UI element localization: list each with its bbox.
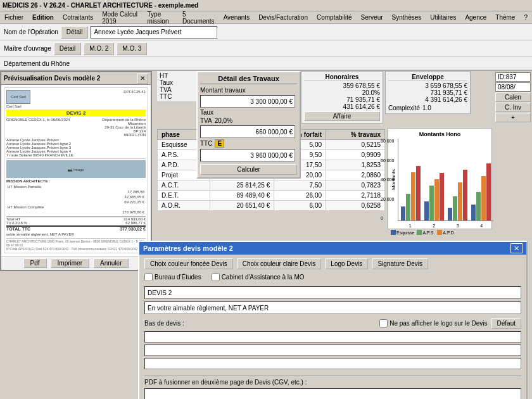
montant-field[interactable]	[200, 95, 295, 108]
choix-couleur-foncee-btn[interactable]: Choix couleur foncée Devis	[144, 258, 233, 269]
travaux-popup: Détail des Travaux Montant travaux Taux …	[196, 71, 301, 179]
tva-label: TVA	[160, 86, 172, 93]
app-title: MEDICIS 26 - V 26.24 - CHARLET ARCHITECT…	[3, 2, 198, 9]
doc-firmname: Cerf Sarl	[6, 104, 30, 108]
bas-field-1[interactable]	[144, 331, 521, 343]
honoraires-val2: 71 935,71 €	[304, 96, 380, 103]
params-dialog: Paramètres devis modèle 2 ✕ Choix couleu…	[138, 241, 528, 399]
logo-devis-btn[interactable]: Logo Devis	[325, 258, 368, 269]
menu-fichier[interactable]: Fichier	[3, 13, 25, 22]
menu-serveur[interactable]: Serveur	[359, 13, 385, 22]
menu-avenants[interactable]: Avenants	[222, 13, 252, 22]
date-label: 08/08/	[495, 82, 531, 92]
maitrise-mo3-btn[interactable]: M.O. 3	[117, 42, 147, 55]
preview-buttons: Pdf Imprimer Annuler	[1, 256, 151, 270]
departement-label: Département du Rhône	[4, 60, 70, 67]
menu-mode-calcul[interactable]: Mode Calcul 2019	[100, 10, 140, 25]
pdf-fusionner-field[interactable]	[144, 388, 521, 399]
phase-travaux: 0,7823	[326, 180, 385, 191]
ht-label: HT	[160, 72, 168, 79]
choix-couleur-claire-btn[interactable]: Choix couleur claire Devis	[237, 258, 322, 269]
annuler-btn[interactable]: Annuler	[93, 258, 129, 268]
doc-ht-c1: 176 978,80 €	[93, 210, 144, 214]
check-cabinet-assistance[interactable]: Cabinet d'Assistance à la MO	[212, 273, 305, 281]
no-logo-checkbox[interactable]	[379, 319, 388, 327]
table-row: A.C.T. 25 814,25 € 7,50 0,7823	[158, 180, 385, 191]
menu-5-documents[interactable]: 5 Documents	[180, 10, 217, 25]
tva-popup-label: TVA	[200, 117, 212, 124]
menu-utilitaires[interactable]: Utilitaires	[428, 13, 458, 22]
doc-ht-partial: HT Mission Partielle	[8, 185, 92, 189]
phase-travaux: 0,5215	[326, 140, 385, 150]
preview-close-btn[interactable]: ✕	[137, 73, 148, 84]
signature-devis-btn[interactable]: Signature Devis	[372, 258, 428, 269]
taux-label: Taux	[160, 79, 173, 86]
ttc-popup-label: TTC	[200, 140, 212, 147]
doc-footer1: CHARLET ARCHITECTURE 0000 Franc, 00 aven…	[6, 238, 146, 247]
honoraires-pct1: 20.0%	[304, 89, 380, 96]
menu-cotraitants[interactable]: Cotraitants	[61, 13, 95, 22]
menu-agence[interactable]: Agence	[463, 13, 488, 22]
pdf-btn[interactable]: Pdf	[23, 258, 47, 268]
envelope-val3: 4 391 614,26 €	[388, 96, 467, 103]
check-bureau-etudes[interactable]: Bureau d'Études	[144, 273, 201, 281]
tva-popup-pct: 20,0%	[215, 117, 232, 124]
pdf-fusionner-label: PDF à fusionner en deuxième page de Devi…	[144, 379, 307, 386]
params-close-btn[interactable]: ✕	[510, 243, 522, 253]
travaux-title: Détail des Travaux	[200, 75, 297, 84]
doc-image: 📷 Image	[6, 160, 146, 178]
menu-syntheses[interactable]: Synthèses	[390, 13, 424, 22]
preview-panel: Prévisualisation Devis modèle 2 ✕ Cerf S…	[0, 71, 152, 271]
default-btn[interactable]: Défaut	[491, 318, 521, 329]
bas-field-3[interactable]	[144, 358, 521, 369]
calculer-btn[interactable]: Calculer	[200, 164, 297, 175]
doc-ht-p3: 69 221,25 €	[93, 200, 144, 204]
no-logo-check-label[interactable]: Ne pas afficher le logo sur le Devis	[379, 319, 487, 327]
menu-edition[interactable]: Edition	[30, 13, 56, 22]
preview-content: Cerf Sarl Cerf Sarl DPF4C25.41 DEVIS 2 G…	[1, 85, 151, 256]
plus-btn[interactable]: +	[495, 113, 531, 122]
menubar: Fichier Edition Cotraitants Mode Calcul …	[0, 11, 532, 24]
chart-title: Montants Hono	[391, 131, 489, 137]
bas-field-2[interactable]	[144, 345, 521, 356]
cinv-btn[interactable]: C. Inv	[495, 103, 531, 112]
menu-theme[interactable]: Thème	[493, 13, 517, 22]
calen-btn[interactable]: Calen	[495, 92, 531, 102]
phase-montant: 89 489,40 €	[210, 191, 274, 201]
params-titlebar: Paramètres devis modèle 2 ✕	[139, 242, 526, 255]
preview-title: Prévisualisation Devis modèle 2	[4, 75, 100, 82]
operation-row: Nom de l'Opération Détail Annexe Lycée J…	[0, 24, 532, 41]
doc-date-label: GRENOBLE CEDEX 1, le 06/06/2024	[6, 118, 70, 122]
doc-tva-val: 62 986,77 €	[125, 221, 146, 225]
ttc-amount-field[interactable]	[200, 149, 295, 162]
col-travaux: % travaux	[326, 130, 385, 140]
doc-ht-complete: HT Mission Complète	[8, 205, 92, 209]
operation-label: Nom de l'Opération	[4, 28, 58, 35]
devis-label-field[interactable]	[144, 286, 521, 299]
table-row: A.O.R. 20 651,40 € 6,00 0,6258	[158, 201, 385, 211]
payment-text-field[interactable]	[144, 301, 521, 314]
montant-label: Montant travaux	[200, 87, 297, 94]
menu-help[interactable]: ?	[522, 13, 529, 22]
doc-tva-lbl: TV.A 20,8 %	[6, 221, 27, 225]
maitrise-row: Maître d'ouvrage Détail M.O. 2 M.O. 3	[0, 41, 532, 57]
menu-comptabilite[interactable]: Comptabilité	[315, 13, 354, 22]
bas-label: Bas de devis :	[144, 320, 184, 327]
menu-type-mission[interactable]: Type mission	[146, 10, 175, 25]
menu-devis[interactable]: Devis/Facturation	[256, 13, 310, 22]
params-title: Paramètres devis modèle 2	[143, 244, 233, 252]
params-check-row: Bureau d'Études Cabinet d'Assistance à l…	[144, 273, 521, 281]
maitrise-mo2-btn[interactable]: M.O. 2	[84, 42, 114, 55]
cabinet-assistance-checkbox[interactable]	[212, 273, 220, 281]
affaire-btn[interactable]: Affaire	[304, 111, 380, 121]
ttc-label: TTC	[160, 93, 172, 100]
envelope-header: Enveloppe	[388, 73, 467, 81]
envelope-panel: Enveloppe 3 659 678,55 € 731 935,71 € 4 …	[385, 71, 471, 114]
bureau-etudes-checkbox[interactable]	[144, 273, 153, 281]
operation-detail-btn[interactable]: Détail	[61, 26, 89, 39]
imprimer-btn[interactable]: Imprimer	[51, 258, 89, 268]
tva-amount-field[interactable]	[200, 125, 295, 138]
phase-travaux: 2,0860	[326, 170, 385, 180]
id-label: ID:837	[495, 72, 531, 82]
maitrise-detail-btn[interactable]: Détail	[54, 42, 82, 55]
